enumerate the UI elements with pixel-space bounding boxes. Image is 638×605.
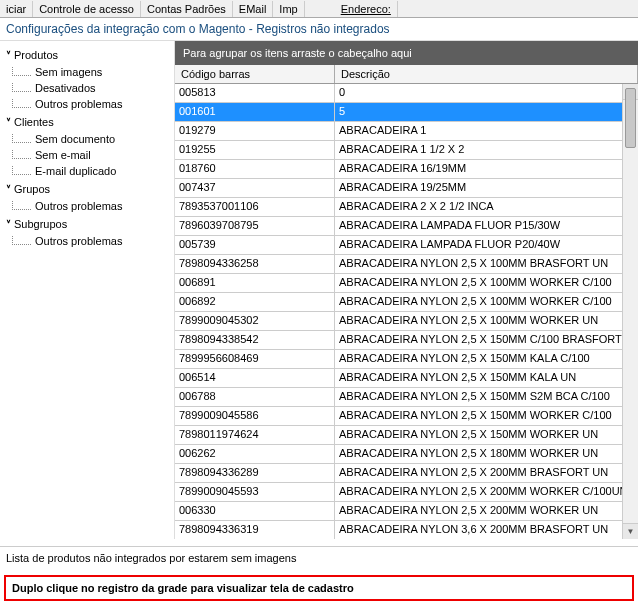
address-label: Endereco: bbox=[335, 1, 398, 17]
cell-desc: ABRACADEIRA 19/25MM bbox=[335, 179, 638, 197]
page-title: Configurações da integração com o Magent… bbox=[0, 18, 638, 41]
table-row[interactable]: 006891ABRACADEIRA NYLON 2,5 X 100MM WORK… bbox=[175, 274, 638, 293]
tree-item[interactable]: Sem e-mail bbox=[35, 149, 91, 161]
cell-desc: ABRACADEIRA NYLON 2,5 X 200MM WORKER UN bbox=[335, 502, 638, 520]
tree-item[interactable]: Outros problemas bbox=[35, 200, 122, 212]
cell-desc: ABRACADEIRA NYLON 2,5 X 150MM C/100 BRAS… bbox=[335, 331, 638, 349]
cell-code: 006892 bbox=[175, 293, 335, 311]
table-row[interactable]: 7899009045586ABRACADEIRA NYLON 2,5 X 150… bbox=[175, 407, 638, 426]
tree-item[interactable]: Sem imagens bbox=[35, 66, 102, 78]
tree-group[interactable]: Subgrupos bbox=[14, 218, 67, 230]
table-row[interactable]: 006330ABRACADEIRA NYLON 2,5 X 200MM WORK… bbox=[175, 502, 638, 521]
table-row[interactable]: 006892ABRACADEIRA NYLON 2,5 X 100MM WORK… bbox=[175, 293, 638, 312]
toggle-icon[interactable]: ˅ bbox=[2, 217, 14, 233]
tree-item[interactable]: Outros problemas bbox=[35, 98, 122, 110]
cell-desc: 0 bbox=[335, 84, 638, 102]
tree-item[interactable]: Sem documento bbox=[35, 133, 115, 145]
table-row[interactable]: 0058130 bbox=[175, 84, 638, 103]
cell-code: 019279 bbox=[175, 122, 335, 140]
table-row[interactable]: 7898094336289ABRACADEIRA NYLON 2,5 X 200… bbox=[175, 464, 638, 483]
table-row[interactable]: 006514ABRACADEIRA NYLON 2,5 X 150MM KALA… bbox=[175, 369, 638, 388]
toggle-icon[interactable]: ˅ bbox=[2, 115, 14, 131]
menu-item[interactable]: EMail bbox=[233, 1, 274, 17]
cell-code: 7898094336319 bbox=[175, 521, 335, 539]
cell-code: 7899009045302 bbox=[175, 312, 335, 330]
cell-code: 019255 bbox=[175, 141, 335, 159]
scroll-down-icon[interactable]: ▼ bbox=[623, 523, 638, 539]
table-row[interactable]: 7898011974624ABRACADEIRA NYLON 2,5 X 150… bbox=[175, 426, 638, 445]
table-row[interactable]: 018760ABRACADEIRA 16/19MM bbox=[175, 160, 638, 179]
table-row[interactable]: 005739ABRACADEIRA LAMPADA FLUOR P20/40W bbox=[175, 236, 638, 255]
cell-desc: ABRACADEIRA NYLON 2,5 X 180MM WORKER UN bbox=[335, 445, 638, 463]
menu-item[interactable]: iciar bbox=[0, 1, 33, 17]
data-grid[interactable]: Para agrupar os itens arraste o cabeçalh… bbox=[175, 41, 638, 539]
table-row[interactable]: 006788ABRACADEIRA NYLON 2,5 X 150MM S2M … bbox=[175, 388, 638, 407]
menu-item[interactable]: Imp bbox=[273, 1, 304, 17]
scrollbar[interactable]: ▲ ▼ bbox=[622, 84, 638, 539]
tree-item[interactable]: E-mail duplicado bbox=[35, 165, 116, 177]
grid-headers[interactable]: Código barras Descrição bbox=[175, 65, 638, 84]
cell-desc: ABRACADEIRA NYLON 2,5 X 100MM BRASFORT U… bbox=[335, 255, 638, 273]
group-by-hint[interactable]: Para agrupar os itens arraste o cabeçalh… bbox=[175, 41, 638, 65]
cell-code: 7899009045593 bbox=[175, 483, 335, 501]
table-row[interactable]: 019279ABRACADEIRA 1 bbox=[175, 122, 638, 141]
cell-code: 001601 bbox=[175, 103, 335, 121]
scroll-thumb[interactable] bbox=[625, 88, 636, 148]
cell-code: 7899009045586 bbox=[175, 407, 335, 425]
tree-item[interactable]: Desativados bbox=[35, 82, 96, 94]
cell-desc: ABRACADEIRA NYLON 2,5 X 100MM WORKER C/1… bbox=[335, 274, 638, 292]
cell-desc: ABRACADEIRA NYLON 2,5 X 150MM KALA C/100 bbox=[335, 350, 638, 368]
cell-desc: 5 bbox=[335, 103, 638, 121]
cell-code: 018760 bbox=[175, 160, 335, 178]
cell-desc: ABRACADEIRA NYLON 2,5 X 200MM BRASFORT U… bbox=[335, 464, 638, 482]
cell-desc: ABRACADEIRA NYLON 2,5 X 100MM WORKER UN bbox=[335, 312, 638, 330]
cell-desc: ABRACADEIRA 2 X 2 1/2 INCA bbox=[335, 198, 638, 216]
table-row[interactable]: 7896039708795ABRACADEIRA LAMPADA FLUOR P… bbox=[175, 217, 638, 236]
cell-code: 006262 bbox=[175, 445, 335, 463]
table-row[interactable]: 7899009045302ABRACADEIRA NYLON 2,5 X 100… bbox=[175, 312, 638, 331]
menu-item[interactable]: Controle de acesso bbox=[33, 1, 141, 17]
table-row[interactable]: 0016015 bbox=[175, 103, 638, 122]
col-header-desc[interactable]: Descrição bbox=[335, 65, 638, 83]
table-row[interactable]: 7898094338542ABRACADEIRA NYLON 2,5 X 150… bbox=[175, 331, 638, 350]
table-row[interactable]: 007437ABRACADEIRA 19/25MM bbox=[175, 179, 638, 198]
cell-code: 007437 bbox=[175, 179, 335, 197]
toggle-icon[interactable]: ˅ bbox=[2, 48, 14, 64]
tree-group[interactable]: Grupos bbox=[14, 183, 50, 195]
table-row[interactable]: 019255ABRACADEIRA 1 1/2 X 2 bbox=[175, 141, 638, 160]
cell-desc: ABRACADEIRA NYLON 2,5 X 150MM S2M BCA C/… bbox=[335, 388, 638, 406]
toggle-icon[interactable]: ˅ bbox=[2, 182, 14, 198]
nav-tree[interactable]: ˅ProdutosSem imagensDesativadosOutros pr… bbox=[0, 41, 175, 539]
col-header-code[interactable]: Código barras bbox=[175, 65, 335, 83]
cell-desc: ABRACADEIRA NYLON 3,6 X 200MM BRASFORT U… bbox=[335, 521, 638, 539]
cell-desc: ABRACADEIRA 1 1/2 X 2 bbox=[335, 141, 638, 159]
tree-item[interactable]: Outros problemas bbox=[35, 235, 122, 247]
cell-code: 7898094336258 bbox=[175, 255, 335, 273]
table-row[interactable]: 7893537001106ABRACADEIRA 2 X 2 1/2 INCA bbox=[175, 198, 638, 217]
cell-code: 7896039708795 bbox=[175, 217, 335, 235]
cell-desc: ABRACADEIRA NYLON 2,5 X 200MM WORKER C/1… bbox=[335, 483, 638, 501]
table-row[interactable]: 006262ABRACADEIRA NYLON 2,5 X 180MM WORK… bbox=[175, 445, 638, 464]
table-row[interactable]: 7898094336258ABRACADEIRA NYLON 2,5 X 100… bbox=[175, 255, 638, 274]
cell-desc: ABRACADEIRA NYLON 2,5 X 150MM WORKER UN bbox=[335, 426, 638, 444]
tree-group[interactable]: Clientes bbox=[14, 116, 54, 128]
top-menubar[interactable]: iciarControle de acessoContas PadrõesEMa… bbox=[0, 0, 638, 18]
table-row[interactable]: 7898094336319ABRACADEIRA NYLON 3,6 X 200… bbox=[175, 521, 638, 539]
cell-code: 7893537001106 bbox=[175, 198, 335, 216]
cell-code: 006514 bbox=[175, 369, 335, 387]
cell-code: 005739 bbox=[175, 236, 335, 254]
status-text: Lista de produtos não integrados por est… bbox=[0, 546, 638, 569]
grid-body[interactable]: 00581300016015019279ABRACADEIRA 1019255A… bbox=[175, 84, 638, 539]
cell-code: 005813 bbox=[175, 84, 335, 102]
tree-group[interactable]: Produtos bbox=[14, 49, 58, 61]
cell-code: 006891 bbox=[175, 274, 335, 292]
cell-code: 006330 bbox=[175, 502, 335, 520]
cell-desc: ABRACADEIRA LAMPADA FLUOR P20/40W bbox=[335, 236, 638, 254]
cell-code: 7899956608469 bbox=[175, 350, 335, 368]
cell-desc: ABRACADEIRA NYLON 2,5 X 150MM KALA UN bbox=[335, 369, 638, 387]
table-row[interactable]: 7899956608469ABRACADEIRA NYLON 2,5 X 150… bbox=[175, 350, 638, 369]
table-row[interactable]: 7899009045593ABRACADEIRA NYLON 2,5 X 200… bbox=[175, 483, 638, 502]
cell-desc: ABRACADEIRA 1 bbox=[335, 122, 638, 140]
cell-code: 7898011974624 bbox=[175, 426, 335, 444]
menu-item[interactable]: Contas Padrões bbox=[141, 1, 233, 17]
